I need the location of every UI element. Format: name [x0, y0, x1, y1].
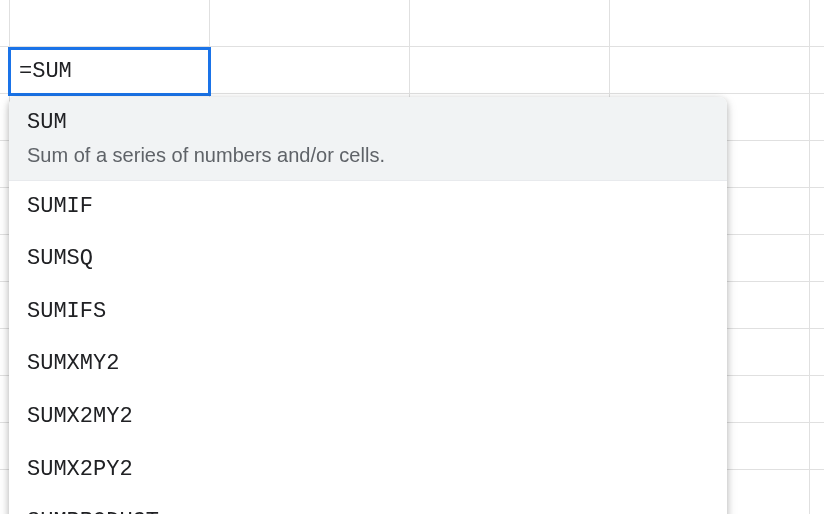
- autocomplete-item-sumifs[interactable]: SUMIFS: [9, 286, 727, 339]
- formula-cell-input[interactable]: =SUM: [8, 47, 211, 96]
- grid-cell[interactable]: [210, 47, 410, 93]
- autocomplete-item-sumxmy2[interactable]: SUMXMY2: [9, 338, 727, 391]
- grid-cell[interactable]: [610, 0, 810, 46]
- grid-cell[interactable]: [210, 0, 410, 46]
- autocomplete-item-description: Sum of a series of numbers and/or cells.: [27, 142, 709, 168]
- grid-cell[interactable]: [410, 47, 610, 93]
- grid-row: [0, 0, 824, 47]
- grid-cell[interactable]: [410, 0, 610, 46]
- formula-autocomplete-dropdown: SUM Sum of a series of numbers and/or ce…: [9, 97, 727, 514]
- grid-cell[interactable]: [610, 47, 810, 93]
- autocomplete-item-sumx2py2[interactable]: SUMX2PY2: [9, 444, 727, 497]
- grid-cell[interactable]: [10, 0, 210, 46]
- autocomplete-item-sumsq[interactable]: SUMSQ: [9, 233, 727, 286]
- autocomplete-item-sumproduct[interactable]: SUMPRODUCT: [9, 496, 727, 514]
- grid-cell[interactable]: [0, 0, 10, 46]
- autocomplete-item-sum[interactable]: SUM Sum of a series of numbers and/or ce…: [9, 97, 727, 181]
- autocomplete-item-sumif[interactable]: SUMIF: [9, 181, 727, 234]
- autocomplete-item-sumx2my2[interactable]: SUMX2MY2: [9, 391, 727, 444]
- autocomplete-item-name: SUM: [27, 109, 709, 138]
